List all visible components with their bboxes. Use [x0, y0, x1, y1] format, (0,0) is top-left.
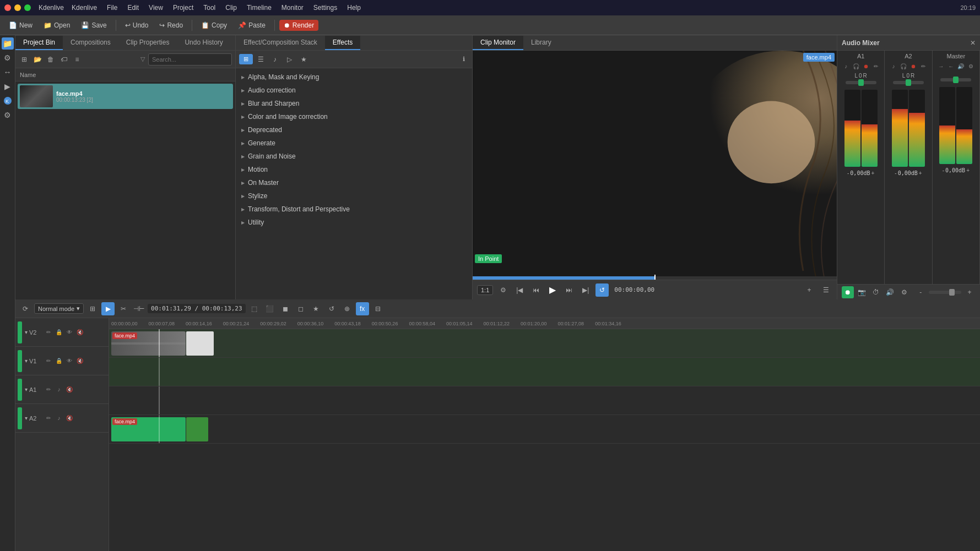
sidebar-icon-transitions[interactable]: ↔ — [2, 66, 14, 78]
timeline-settings-icon[interactable]: ⟳ — [19, 302, 32, 315]
track-mute-icon[interactable]: 🔇 — [65, 385, 74, 394]
mute-icon[interactable]: ♪ — [842, 62, 851, 70]
pan-slider-master[interactable] — [940, 78, 971, 81]
category-color[interactable]: ▶ Color and Image correction — [236, 110, 472, 123]
timeline-clip-a2-ext[interactable] — [186, 417, 208, 441]
zoom-in-icon[interactable]: + — [963, 286, 976, 298]
tab-compositions[interactable]: Compositions — [63, 36, 118, 50]
favorite-icon[interactable]: ★ — [310, 302, 323, 315]
track-mute-icon[interactable]: 🔇 — [75, 328, 84, 337]
minus-icon[interactable]: - — [895, 170, 896, 176]
track-view-icon[interactable]: 👁 — [65, 357, 74, 365]
category-audio[interactable]: ▶ Audio correction — [236, 84, 472, 97]
minus-icon[interactable]: - — [847, 170, 849, 176]
delete-icon[interactable]: 🗑 — [45, 54, 56, 65]
track-mute-icon[interactable]: 🔇 — [65, 414, 74, 423]
track-lock-icon[interactable]: 🔒 — [55, 357, 63, 365]
category-motion[interactable]: ▶ Motion — [236, 163, 472, 176]
effects-audio-icon[interactable]: ♪ — [268, 53, 281, 66]
snap-icon[interactable]: ⊣⊢ — [132, 302, 145, 315]
menu-help[interactable]: Help — [343, 3, 365, 13]
collapse-v2-icon[interactable]: ▾ — [25, 329, 28, 335]
folder-open-icon[interactable]: 📂 — [32, 54, 43, 65]
zoom-out-icon[interactable]: - — [914, 286, 927, 298]
search-input[interactable] — [148, 53, 232, 66]
gear-icon[interactable]: ⚙ — [898, 286, 911, 298]
track-edit-icon[interactable]: ✏ — [44, 414, 53, 423]
tab-effect-stack[interactable]: Effect/Composition Stack — [236, 36, 325, 50]
tab-library[interactable]: Library — [523, 36, 559, 50]
new-button[interactable]: 📄 New — [4, 20, 37, 31]
menu-timeline[interactable]: Timeline — [242, 3, 276, 13]
menu-view[interactable]: View — [144, 3, 167, 13]
effect-tl-icon[interactable]: fx — [356, 302, 369, 315]
open-button[interactable]: 📁 Open — [39, 20, 74, 31]
list-icon[interactable]: ☰ — [819, 283, 832, 297]
render-button[interactable]: ⏺ Render — [279, 20, 318, 31]
menu-project[interactable]: Project — [169, 3, 198, 13]
insert-icon[interactable]: ⬛ — [263, 302, 277, 315]
category-deprecated[interactable]: ▶ Deprecated — [236, 123, 472, 137]
category-stylize[interactable]: ▶ Stylize — [236, 189, 472, 203]
copy-button[interactable]: 📋 Copy — [197, 20, 231, 31]
timeline-clip-a2[interactable]: face.mp4 — [111, 417, 186, 441]
mode-selector[interactable]: Normal mode ▾ — [34, 303, 84, 314]
menu-tool[interactable]: Tool — [199, 3, 220, 13]
plus-icon[interactable]: + — [966, 167, 970, 173]
fast-forward-icon[interactable]: ⏭ — [562, 283, 576, 297]
sidebar-icon-project[interactable]: 📁 — [2, 37, 14, 50]
menu-settings[interactable]: Settings — [309, 3, 342, 13]
effects-grid-icon[interactable]: ⊞ — [239, 54, 253, 64]
track-lock-icon[interactable]: 🔒 — [55, 328, 63, 337]
group-icon[interactable]: ⊞ — [86, 302, 99, 315]
rewind-icon[interactable]: ⏮ — [529, 283, 543, 297]
play-timeline-icon[interactable]: ▶ — [101, 302, 115, 315]
redo-button[interactable]: ↪ Redo — [155, 20, 187, 31]
collapse-a1-icon[interactable]: ▾ — [25, 386, 28, 392]
tab-project-bin[interactable]: Project Bin — [15, 36, 63, 50]
menu-kdenlive[interactable]: Kdenlive — [67, 3, 101, 13]
effects-star-icon[interactable]: ★ — [297, 53, 310, 66]
edit-icon[interactable]: ✏ — [919, 62, 928, 70]
menu-file[interactable]: File — [102, 3, 122, 13]
collapse-a2-icon[interactable]: ▾ — [25, 415, 28, 421]
cut-icon[interactable]: ✂ — [117, 302, 130, 315]
track-edit-icon[interactable]: ✏ — [44, 328, 53, 337]
preview-settings-icon[interactable]: ⚙ — [496, 283, 510, 297]
menu-clip[interactable]: Clip — [221, 3, 241, 13]
tab-clip-monitor[interactable]: Clip Monitor — [473, 36, 523, 50]
zoom-slider[interactable] — [929, 291, 961, 294]
effects-list-icon[interactable]: ☰ — [254, 53, 267, 66]
track-view-icon[interactable]: 👁 — [65, 328, 74, 337]
pan-slider-a1[interactable] — [846, 81, 876, 84]
record-icon[interactable]: ⏺ — [862, 62, 870, 70]
speaker-icon[interactable]: 🔊 — [884, 286, 896, 298]
play-button[interactable]: ▶ — [546, 283, 559, 297]
overwrite-icon[interactable]: ◼ — [279, 302, 292, 315]
tab-undo-history[interactable]: Undo History — [177, 36, 230, 50]
sidebar-icon-settings[interactable]: ⚙ — [2, 109, 14, 121]
timeline-clip-v2[interactable]: face.mp4 — [111, 331, 186, 356]
track-edit-icon[interactable]: ✏ — [44, 357, 53, 365]
minus-icon[interactable]: - — [943, 167, 944, 173]
tag-icon[interactable]: 🏷 — [58, 54, 69, 65]
record-icon[interactable]: ⏺ — [909, 62, 918, 70]
menu-icon[interactable]: ≡ — [72, 54, 83, 65]
headphone-icon[interactable]: 🎧 — [852, 62, 860, 70]
category-grain[interactable]: ▶ Grain and Noise — [236, 150, 472, 163]
save-button[interactable]: 💾 Save — [77, 20, 111, 31]
minimize-button[interactable] — [14, 4, 21, 11]
list-item[interactable]: face.mp4 00:00:13:23 [2] — [18, 84, 233, 109]
menu-edit[interactable]: Edit — [123, 3, 143, 13]
extract-icon[interactable]: ⬚ — [248, 302, 261, 315]
category-generate[interactable]: ▶ Generate — [236, 137, 472, 150]
frame-forward-icon[interactable]: ▶| — [579, 283, 592, 297]
sidebar-icon-kdenlive[interactable]: K — [2, 95, 14, 107]
menu-monitor[interactable]: Monitor — [277, 3, 308, 13]
loop-icon[interactable]: ↺ — [595, 283, 609, 297]
timeline-icon[interactable]: ⏱ — [870, 286, 882, 298]
category-alpha[interactable]: ▶ Alpha, Mask and Keying — [236, 70, 472, 84]
collapse-v1-icon[interactable]: ▾ — [25, 358, 28, 364]
info-icon[interactable]: ℹ — [459, 54, 469, 64]
close-button[interactable] — [4, 4, 11, 11]
